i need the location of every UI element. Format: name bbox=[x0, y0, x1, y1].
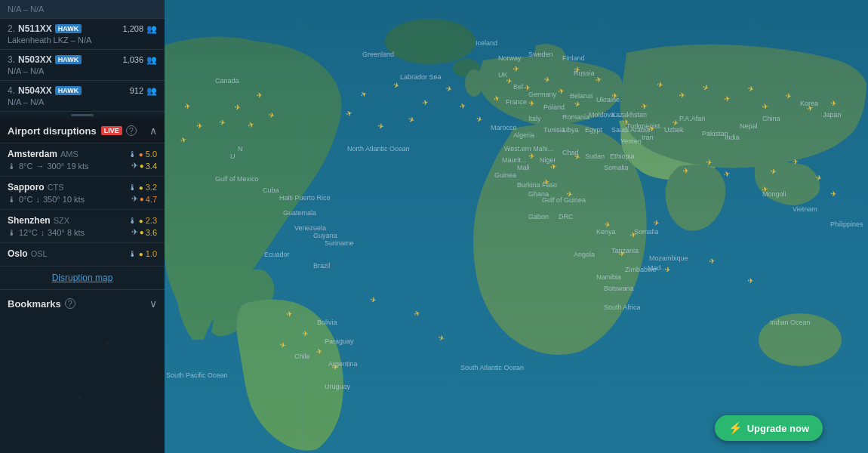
svg-text:Ecuador: Ecuador bbox=[264, 251, 290, 258]
svg-text:France: France bbox=[506, 98, 527, 106]
svg-text:Iran: Iran bbox=[642, 134, 654, 141]
flight-4-badge: HAWK bbox=[55, 86, 82, 95]
flight-item-4[interactable]: 4. N504XX HAWK 912 👥 N/A – N/A bbox=[0, 81, 165, 112]
svg-text:Sweden: Sweden bbox=[528, 51, 553, 58]
svg-text:Sudan: Sudan bbox=[585, 153, 605, 160]
flight-4-count: 912 bbox=[130, 86, 146, 95]
shenzhen-weather: 🌡 12°C ↓ 340° 8 kts bbox=[8, 228, 85, 237]
flight-item-2[interactable]: 2. N511XX HAWK 1,208 👥 Lakenheath LKZ – … bbox=[0, 19, 165, 50]
svg-text:South Africa: South Africa bbox=[604, 304, 641, 311]
scroll-dots bbox=[71, 114, 94, 116]
bookmarks-header[interactable]: Bookmarks ? ∨ bbox=[0, 290, 165, 317]
svg-text:Indian Ocean: Indian Ocean bbox=[770, 319, 811, 326]
shenzhen-therm-icon: 🌡 bbox=[8, 228, 16, 237]
svg-text:Somalia: Somalia bbox=[634, 228, 659, 236]
sapporo-wind-dir: ↓ bbox=[35, 195, 40, 204]
svg-text:Italy: Italy bbox=[528, 115, 541, 122]
amsterdam-weather: 🌡 8°C → 300° 19 kts bbox=[8, 162, 89, 171]
flight-item-3[interactable]: 3. N503XX HAWK 1,036 👥 N/A – N/A bbox=[0, 50, 165, 81]
upgrade-icon: ⚡ bbox=[728, 421, 743, 435]
svg-text:Yemen: Yemen bbox=[620, 137, 642, 145]
amsterdam-code: AMS bbox=[60, 149, 78, 159]
amsterdam-score1: 5.0 bbox=[146, 149, 157, 159]
flight-item-1[interactable]: N/A – N/A bbox=[0, 0, 165, 19]
svg-text:Greenland: Greenland bbox=[362, 51, 394, 58]
svg-text:Suriname: Suriname bbox=[325, 239, 354, 247]
disruptions-collapse-btn[interactable]: ∧ bbox=[149, 125, 157, 137]
oslo-score1-dot: ● bbox=[139, 250, 143, 258]
svg-text:North Atlantic Ocean: North Atlantic Ocean bbox=[347, 145, 410, 153]
disruption-shenzhen[interactable]: Shenzhen SZX 🌡 ● 2.3 🌡 12°C ↓ 340° 8 kts… bbox=[0, 210, 165, 243]
sapporo-therm-icon: 🌡 bbox=[8, 195, 16, 204]
svg-text:Angola: Angola bbox=[574, 251, 595, 258]
amsterdam-score1-dot: ● bbox=[139, 150, 143, 159]
shenzhen-score2-dot: ● bbox=[140, 228, 144, 236]
svg-text:✈: ✈ bbox=[196, 122, 203, 131]
bookmarks-info-icon[interactable]: ? bbox=[65, 298, 75, 309]
shenzhen-wind: 340° 8 kts bbox=[48, 228, 85, 237]
amsterdam-temp: 8°C bbox=[19, 162, 32, 171]
sapporo-name: Sapporo bbox=[8, 182, 45, 193]
svg-text:Somalia: Somalia bbox=[604, 164, 629, 171]
amsterdam-name: Amsterdam bbox=[8, 149, 57, 159]
svg-text:Belarus: Belarus bbox=[570, 92, 593, 100]
svg-text:✈: ✈ bbox=[762, 102, 768, 111]
bookmarks-collapse-btn[interactable]: ∨ bbox=[149, 297, 157, 310]
svg-text:Labrador Sea: Labrador Sea bbox=[400, 73, 442, 81]
svg-text:U: U bbox=[230, 153, 235, 160]
oslo-weather-icon: 🌡 bbox=[128, 249, 137, 258]
shenzhen-temp: 12°C bbox=[19, 228, 38, 237]
flight-3-count: 1,036 bbox=[122, 55, 146, 64]
shenzhen-name: Shenzhen bbox=[8, 215, 51, 226]
svg-text:Mali: Mali bbox=[517, 164, 530, 171]
svg-text:Norway: Norway bbox=[498, 54, 522, 62]
svg-text:✈: ✈ bbox=[830, 190, 837, 199]
thermometer-icon: 🌡 bbox=[8, 162, 16, 171]
upgrade-button[interactable]: ⚡ Upgrade now bbox=[715, 415, 823, 441]
shenzhen-score1: 2.3 bbox=[146, 216, 157, 225]
svg-text:Niger: Niger bbox=[540, 156, 556, 164]
svg-text:Germany: Germany bbox=[528, 91, 557, 98]
svg-text:Gulf of Mexico: Gulf of Mexico bbox=[215, 175, 259, 183]
sapporo-score1-dot: ● bbox=[139, 183, 143, 192]
sapporo-score2-dot: ● bbox=[140, 195, 144, 203]
disruption-map-link[interactable]: Disruption map bbox=[0, 267, 165, 289]
svg-text:Paraguay: Paraguay bbox=[325, 337, 354, 345]
disruption-amsterdam[interactable]: Amsterdam AMS 🌡 ● 5.0 🌡 8°C → 300° 19 kt… bbox=[0, 143, 165, 177]
svg-text:Russia: Russia bbox=[574, 69, 595, 77]
sapporo-wind: 350° 10 kts bbox=[43, 195, 85, 204]
flight-1-route: N/A – N/A bbox=[8, 5, 157, 14]
svg-text:Chad: Chad bbox=[562, 149, 579, 156]
svg-text:Nepal: Nepal bbox=[740, 122, 758, 130]
svg-text:Moldova: Moldova bbox=[589, 111, 614, 119]
sapporo-weather: 🌡 0°C ↓ 350° 10 kts bbox=[8, 195, 85, 204]
svg-text:P.A.Afan: P.A.Afan bbox=[679, 115, 705, 122]
bookmarks-title: Bookmarks bbox=[8, 298, 61, 310]
disruption-oslo[interactable]: Oslo OSL 🌡 ● 1.0 bbox=[0, 243, 165, 267]
oslo-name: Oslo bbox=[8, 248, 28, 259]
svg-text:Romania: Romania bbox=[562, 113, 589, 121]
amsterdam-wind: 300° 19 kts bbox=[47, 162, 88, 171]
sapporo-plane-icon: ✈ bbox=[131, 194, 138, 204]
svg-text:Gabon: Gabon bbox=[528, 213, 549, 220]
svg-text:Mongoli: Mongoli bbox=[762, 190, 786, 198]
flight-3-people-icon: 👥 bbox=[146, 55, 157, 65]
svg-text:Bel: Bel bbox=[513, 83, 523, 91]
amsterdam-wind-dir: → bbox=[35, 162, 44, 171]
flight-3-badge: HAWK bbox=[55, 55, 82, 64]
svg-text:Bolivia: Bolivia bbox=[317, 319, 337, 326]
shenzhen-score1-dot: ● bbox=[139, 217, 143, 225]
disruption-sapporo[interactable]: Sapporo CTS 🌡 ● 3.2 🌡 0°C ↓ 350° 10 kts … bbox=[0, 177, 165, 210]
disruptions-title: Airport disruptions bbox=[8, 125, 97, 137]
disruptions-header[interactable]: Airport disruptions LIVE ? ∧ bbox=[0, 119, 165, 143]
oslo-score1: 1.0 bbox=[146, 249, 157, 258]
svg-text:Canada: Canada bbox=[215, 77, 239, 85]
svg-text:Brazil: Brazil bbox=[313, 262, 331, 270]
svg-text:Guinea: Guinea bbox=[494, 171, 516, 179]
svg-text:India: India bbox=[725, 134, 740, 141]
disruptions-info-icon[interactable]: ? bbox=[126, 125, 137, 136]
svg-text:✈: ✈ bbox=[512, 64, 519, 73]
svg-text:✈: ✈ bbox=[830, 99, 837, 108]
flight-2-badge: HAWK bbox=[55, 24, 82, 33]
amsterdam-plane-icon: ✈ bbox=[131, 161, 138, 171]
